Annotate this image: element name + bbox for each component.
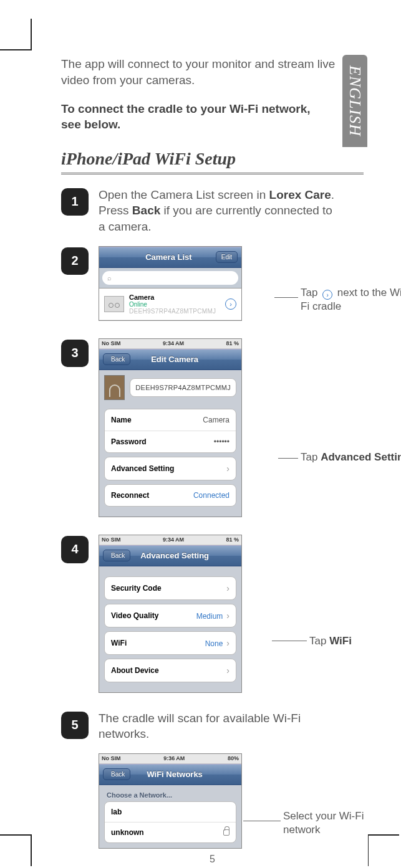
back-button[interactable]: Back: [103, 353, 130, 365]
annotation-tap-advanced: Tap Advanced Setting: [301, 451, 401, 464]
step-1: 1 Open the Camera List screen in Lorex C…: [61, 187, 364, 235]
back-button[interactable]: Back: [103, 768, 130, 780]
nav-title: WiFi Networks: [130, 770, 219, 779]
camera-name: Camera: [129, 293, 220, 301]
back-button[interactable]: Back: [103, 550, 130, 561]
chevron-right-icon: ›: [226, 611, 229, 621]
status-bar: No SIM 9:34 AM 81 %: [99, 339, 241, 349]
page-number: 5: [61, 854, 364, 865]
nav-bar: Camera List Edit: [99, 247, 241, 268]
screenshot-camera-list: Camera List Edit ⌕ Camera Online DEEH9S7…: [99, 246, 242, 321]
step-5: 5 The cradle will scan for available Wi-…: [61, 710, 364, 742]
status-bar: No SIM 9:36 AM 80%: [99, 754, 241, 764]
detail-disclosure-icon: ›: [322, 290, 332, 300]
step-4: 4 No SIM 9:34 AM 81 % Back Advanced Sett…: [61, 535, 364, 693]
step-3-number: 3: [61, 340, 89, 367]
wifi-network-row[interactable]: unknown: [105, 823, 236, 842]
subhead-text: To connect the cradle to your Wi-Fi netw…: [61, 102, 311, 132]
edit-button[interactable]: Edit: [216, 251, 238, 263]
step-5-text: The cradle will scan for available Wi-Fi…: [99, 710, 336, 742]
chevron-right-icon: ›: [226, 638, 229, 648]
chevron-right-icon: ›: [226, 665, 229, 675]
section-title: iPhone/iPad WiFi Setup: [61, 149, 364, 174]
step-2-number: 2: [61, 247, 89, 275]
step-4-number: 4: [61, 536, 89, 563]
nav-bar: Back Advanced Setting: [99, 545, 241, 566]
chevron-right-icon: ›: [226, 464, 229, 474]
name-field[interactable]: Name Camera: [105, 409, 236, 431]
camera-preview-thumb: [104, 375, 125, 400]
annotation-tap-wifi-cradle: Tap › next to the Wi-Fi cradle: [301, 286, 401, 314]
step-5-number: 5: [61, 712, 89, 739]
screenshot-edit-camera: No SIM 9:34 AM 81 % Back Edit Camera DEE…: [99, 338, 242, 517]
wifi-row[interactable]: WiFi None›: [105, 632, 236, 654]
status-bar: No SIM 9:34 AM 81 %: [99, 535, 241, 545]
camera-thumb-icon: [104, 296, 124, 312]
step-3: 3 No SIM 9:34 AM 81 % Back Edit Camera D…: [61, 338, 364, 517]
nav-bar: Back Edit Camera: [99, 349, 241, 370]
wifi-network-row[interactable]: lab: [105, 802, 236, 823]
advanced-setting-row[interactable]: Advanced Setting ›: [105, 457, 236, 480]
chevron-right-icon: ›: [226, 583, 229, 593]
lock-icon: [223, 829, 229, 836]
annotation-tap-wifi: Tap WiFi: [309, 634, 401, 648]
password-field[interactable]: Password ••••••: [105, 431, 236, 452]
nav-title: Advanced Setting: [130, 551, 219, 560]
screenshot-wifi-networks: No SIM 9:36 AM 80% Back WiFi Networks Ch…: [99, 753, 242, 849]
camera-status: Online: [129, 301, 220, 308]
annotation-select-network: Select your Wi-Fi network: [283, 809, 395, 837]
choose-network-header: Choose a Network...: [99, 785, 241, 801]
search-bar[interactable]: ⌕: [99, 268, 241, 289]
nav-title: Camera List: [122, 252, 216, 262]
device-id: DEEH9S7RP4AZ8MTPCMMJ: [130, 378, 236, 397]
reconnect-row[interactable]: Reconnect Connected: [105, 485, 236, 506]
screenshot-advanced-setting: No SIM 9:34 AM 81 % Back Advanced Settin…: [99, 535, 242, 693]
camera-id: DEEH9S7RP4AZ8MTPCMMJ: [129, 308, 220, 315]
camera-detail-icon[interactable]: ›: [225, 298, 236, 310]
intro-text: The app will connect to your monitor and…: [61, 56, 336, 88]
nav-title: Edit Camera: [130, 355, 219, 364]
step-1-text: Open the Camera List screen in Lorex Car…: [99, 187, 336, 235]
step-1-number: 1: [61, 188, 89, 216]
video-quality-row[interactable]: Video Quality Medium›: [105, 604, 236, 627]
security-code-row[interactable]: Security Code ›: [105, 577, 236, 599]
nav-bar: Back WiFi Networks: [99, 764, 241, 785]
search-icon: ⌕: [107, 274, 112, 282]
about-device-row[interactable]: About Device ›: [105, 659, 236, 682]
camera-list-item[interactable]: Camera Online DEEH9S7RP4AZ8MTPCMMJ ›: [99, 289, 241, 320]
